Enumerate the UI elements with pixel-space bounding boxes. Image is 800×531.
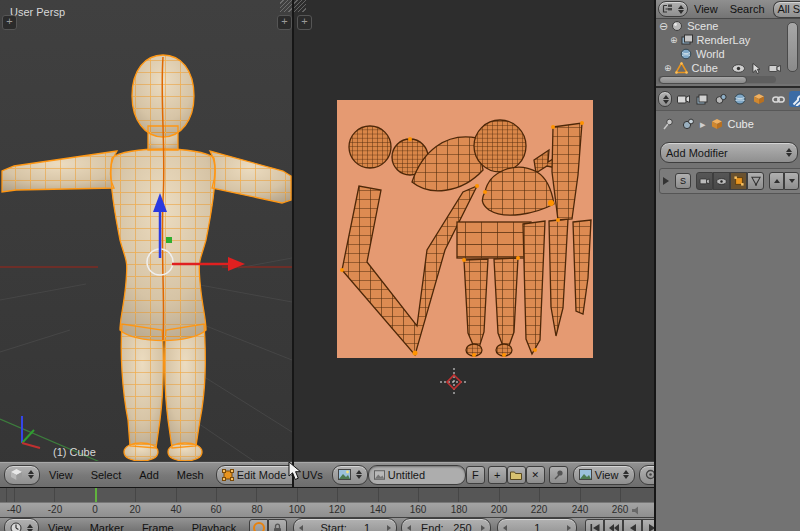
modifier-viewport-toggle[interactable] — [713, 172, 730, 190]
outliner-vscrollbar[interactable] — [787, 22, 798, 72]
tab-scene[interactable] — [713, 91, 729, 107]
chain-link-icon — [772, 95, 785, 104]
collapse-icon[interactable]: ⊖ — [659, 20, 668, 33]
modifier-name-field[interactable]: S — [675, 173, 691, 189]
image-datablock-selector[interactable] — [332, 465, 368, 485]
tab-constraints[interactable] — [770, 91, 786, 107]
menu-marker[interactable]: Marker — [81, 522, 133, 531]
editor-type-selector[interactable] — [658, 1, 688, 17]
frame-end-field[interactable]: End: 250 — [401, 518, 491, 531]
manipulator-y-handle[interactable] — [166, 237, 172, 243]
menu-view[interactable]: View — [40, 469, 82, 481]
current-frame-field[interactable]: 1 — [497, 518, 577, 531]
current-frame-line[interactable] — [95, 488, 97, 502]
region-corner-grip[interactable] — [280, 0, 292, 12]
panel-expand-icon[interactable] — [663, 177, 669, 185]
modifier-move-up-button[interactable] — [769, 172, 784, 190]
pin-icon — [553, 469, 564, 480]
uv-image-editor[interactable]: + — [294, 0, 654, 487]
menu-view[interactable]: View — [39, 522, 81, 531]
timeline-track-area[interactable] — [0, 488, 654, 502]
camera-icon — [699, 177, 710, 185]
menu-uvs[interactable]: UVs — [298, 469, 332, 481]
auto-keyframe-button[interactable] — [249, 519, 268, 531]
ruler-tick: 200 — [491, 504, 508, 515]
tab-object[interactable] — [751, 91, 767, 107]
ruler-tick: 0 — [92, 504, 98, 515]
uv-mode-selector[interactable]: View — [573, 465, 636, 485]
keying-set-lock-button[interactable] — [268, 519, 287, 531]
tab-modifiers[interactable] — [789, 91, 800, 107]
modifier-cage-toggle[interactable] — [747, 172, 764, 190]
ruler-tick: 260 — [612, 504, 629, 515]
add-modifier-dropdown[interactable]: Add Modifier — [660, 142, 798, 163]
menu-search[interactable]: Search — [724, 3, 771, 15]
world-icon — [734, 93, 746, 105]
menu-select[interactable]: Select — [82, 469, 131, 481]
axis-gizmo — [22, 416, 40, 448]
outliner: View Search All Scen ⊖ Scene ⊕ Ren — [656, 0, 800, 84]
image-name-field[interactable]: Untitled — [368, 465, 466, 485]
uv-2d-cursor[interactable] — [440, 368, 468, 396]
pin-icon[interactable] — [662, 118, 674, 130]
outliner-item-renderlayer[interactable]: ⊕ RenderLay — [656, 33, 800, 47]
tab-render-layers[interactable] — [694, 91, 710, 107]
object-data-icon[interactable] — [682, 118, 695, 130]
ruler-tick: -40 — [7, 504, 21, 515]
ruler-tick: 20 — [129, 504, 140, 515]
prev-keyframe-button[interactable] — [604, 519, 623, 531]
region-expand-button[interactable]: + — [297, 15, 312, 30]
ruler-tick: 240 — [572, 504, 589, 515]
frame-start-field[interactable]: Start: 1 — [293, 518, 397, 531]
menu-mesh[interactable]: Mesh — [168, 469, 213, 481]
image-name: Untitled — [388, 469, 425, 481]
play-reverse-button[interactable] — [623, 519, 642, 531]
editor-type-selector[interactable] — [658, 91, 672, 107]
unlink-image-button[interactable]: ✕ — [526, 466, 545, 484]
open-image-button[interactable] — [507, 466, 526, 484]
uv-image-canvas[interactable] — [337, 100, 593, 358]
modifier-move-down-button[interactable] — [784, 172, 799, 190]
pin-toggle[interactable] — [549, 466, 568, 484]
timeline-editor[interactable]: -40 -20 0 20 40 60 80 100 120 140 160 18… — [0, 488, 654, 531]
menu-frame[interactable]: Frame — [133, 522, 183, 531]
record-icon — [253, 522, 265, 531]
visibility-eye-icon[interactable] — [732, 64, 745, 73]
selectable-arrow-icon[interactable] — [752, 63, 761, 74]
mode-selector[interactable]: Edit Mode — [216, 465, 292, 485]
region-expand-button[interactable]: + — [277, 15, 292, 30]
region-expand-button[interactable]: + — [2, 15, 17, 30]
cube-icon — [711, 118, 723, 130]
uv-editor-header: UVs Untitled F + — [294, 461, 654, 487]
outliner-item-scene[interactable]: ⊖ Scene — [656, 19, 800, 33]
new-image-button[interactable]: + — [488, 466, 507, 484]
editor-type-selector[interactable] — [4, 518, 39, 531]
menu-view[interactable]: View — [688, 3, 724, 15]
menu-playback[interactable]: Playback — [183, 522, 246, 531]
viewport-3d[interactable]: User Persp (1) Cube + + View Select Add … — [0, 0, 292, 487]
expand-icon[interactable]: ⊕ — [664, 63, 672, 73]
play-button[interactable] — [642, 519, 654, 531]
modifier-render-toggle[interactable] — [696, 172, 713, 190]
tab-render[interactable] — [675, 91, 691, 107]
fake-user-button[interactable]: F — [466, 466, 485, 484]
renderable-camera-icon[interactable] — [768, 63, 781, 73]
ruler-tick: -20 — [48, 504, 62, 515]
jump-to-start-button[interactable] — [585, 519, 604, 531]
scene-icon — [715, 93, 727, 105]
menu-add[interactable]: Add — [130, 469, 168, 481]
camera-icon — [677, 94, 690, 104]
modifier-editmode-toggle[interactable] — [730, 172, 747, 190]
expand-icon[interactable]: ⊕ — [670, 35, 678, 45]
tab-world[interactable] — [732, 91, 748, 107]
pivot-selector[interactable] — [639, 465, 654, 485]
region-corner-grip[interactable] — [294, 0, 306, 12]
scene-filter-selector[interactable]: All Scen — [773, 1, 800, 18]
outliner-item-cube[interactable]: ⊕ Cube — [656, 61, 800, 75]
modifier-toggles — [696, 172, 764, 190]
view-name-label: User Persp — [10, 6, 65, 18]
outliner-item-world[interactable]: World — [656, 47, 800, 61]
clock-icon — [10, 522, 22, 531]
outliner-hscrollbar[interactable] — [659, 76, 747, 84]
editor-type-selector[interactable] — [4, 465, 40, 485]
